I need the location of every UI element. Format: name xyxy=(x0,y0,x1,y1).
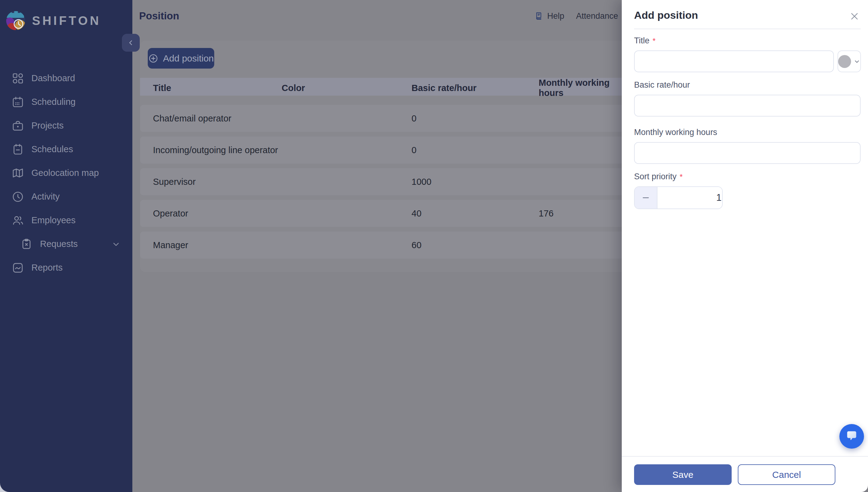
logo: SHIFTON xyxy=(0,0,132,34)
sidebar-item-label: Projects xyxy=(31,121,64,131)
drawer-title: Add position xyxy=(634,0,861,21)
title-input[interactable] xyxy=(634,50,834,72)
page-title: Position xyxy=(139,10,179,22)
monthly-hours: 176 xyxy=(539,208,636,219)
table-row[interactable]: Chat/email operator 0 xyxy=(140,105,636,132)
column-color: Color xyxy=(282,83,412,93)
basic-rate-input[interactable] xyxy=(634,95,861,117)
help-label: Help xyxy=(547,11,564,21)
position-title: Chat/email operator xyxy=(153,114,282,124)
chat-bubble-icon xyxy=(845,429,859,443)
drawer-divider xyxy=(634,29,861,29)
dashboard-icon xyxy=(12,72,24,84)
chevron-left-icon xyxy=(127,39,135,47)
monthly-hours-input[interactable] xyxy=(634,142,861,164)
briefcase-icon xyxy=(12,120,24,132)
sidebar-item-projects[interactable]: Projects xyxy=(0,114,132,138)
required-asterisk: * xyxy=(680,172,683,181)
table-row[interactable]: Operator 40 176 xyxy=(140,200,636,227)
chevron-down-icon xyxy=(853,58,860,65)
add-position-button[interactable]: Add position xyxy=(148,48,214,69)
sidebar-item-label: Schedules xyxy=(31,144,73,154)
clipboard-x-icon xyxy=(20,238,32,250)
sort-priority-stepper xyxy=(634,186,723,209)
chat-widget-button[interactable] xyxy=(839,424,864,449)
color-swatch xyxy=(838,55,851,68)
sidebar: SHIFTON Dashboard Scheduling xyxy=(0,0,132,492)
sidebar-item-label: Geolocation map xyxy=(31,168,99,178)
rate-field-label: Basic rate/hour xyxy=(634,80,861,90)
sidebar-item-label: Employees xyxy=(31,215,75,225)
sidebar-nav: Dashboard Scheduling Projects xyxy=(0,67,132,279)
sort-field-label: Sort priority * xyxy=(634,172,861,181)
close-button[interactable] xyxy=(849,11,860,22)
drawer-footer: Save Cancel xyxy=(622,456,868,492)
map-icon xyxy=(12,167,24,179)
sidebar-item-geolocation-map[interactable]: Geolocation map xyxy=(0,161,132,185)
chevron-down-icon xyxy=(112,240,121,249)
column-rate: Basic rate/hour xyxy=(412,83,539,93)
sidebar-item-label: Requests xyxy=(40,239,78,249)
table-row[interactable]: Incoming/outgoing line operator 0 xyxy=(140,137,636,164)
basic-rate: 0 xyxy=(412,145,539,155)
color-picker-dropdown[interactable] xyxy=(838,50,861,72)
sidebar-item-employees[interactable]: Employees xyxy=(0,208,132,232)
plus-circle-icon xyxy=(148,53,159,64)
position-title: Operator xyxy=(153,208,282,219)
table-row[interactable]: Manager 60 xyxy=(140,231,636,259)
sidebar-item-dashboard[interactable]: Dashboard xyxy=(0,67,132,90)
attendance-label: Attendance xyxy=(576,11,618,21)
table-row[interactable]: Supervisor 1000 xyxy=(140,168,636,195)
topbar-actions: Help Attendance xyxy=(534,0,618,32)
sort-priority-input[interactable] xyxy=(657,187,723,208)
shifton-logo-icon xyxy=(5,10,26,31)
position-title: Incoming/outgoing line operator xyxy=(153,145,282,155)
logo-wordmark: SHIFTON xyxy=(32,14,101,28)
sidebar-item-label: Dashboard xyxy=(31,73,75,83)
minus-icon xyxy=(641,193,650,202)
positions-card: Add position Title Color Basic rate/hour… xyxy=(140,41,636,272)
basic-rate: 1000 xyxy=(412,177,539,187)
column-title: Title xyxy=(153,83,282,93)
basic-rate: 0 xyxy=(412,114,539,124)
sidebar-item-scheduling[interactable]: Scheduling xyxy=(0,90,132,114)
save-button[interactable]: Save xyxy=(634,464,732,485)
sidebar-item-schedules[interactable]: Schedules xyxy=(0,138,132,161)
sidebar-collapse-button[interactable] xyxy=(122,34,140,52)
table-body: Chat/email operator 0 Incoming/outgoing … xyxy=(140,105,636,259)
clipboard-icon xyxy=(12,143,24,155)
basic-rate: 40 xyxy=(412,208,539,219)
table-header: Title Color Basic rate/hour Monthly work… xyxy=(140,78,636,96)
column-hours: Monthly working hours xyxy=(539,78,636,98)
sidebar-item-activity[interactable]: Activity xyxy=(0,185,132,208)
help-book-icon xyxy=(534,11,544,21)
title-field-row xyxy=(634,50,861,72)
add-position-label: Add position xyxy=(163,53,214,64)
clock-icon xyxy=(12,191,24,203)
required-asterisk: * xyxy=(653,36,656,46)
sort-label-text: Sort priority xyxy=(634,172,677,181)
close-icon xyxy=(849,11,860,22)
basic-rate: 60 xyxy=(412,240,539,250)
hours-field-label: Monthly working hours xyxy=(634,128,861,137)
cancel-button[interactable]: Cancel xyxy=(738,464,836,485)
add-position-drawer: Add position Title * Basic rate/hour Mon… xyxy=(622,0,868,492)
reports-icon xyxy=(12,262,24,274)
sidebar-item-requests[interactable]: Requests xyxy=(0,232,132,256)
sidebar-item-label: Reports xyxy=(31,263,63,273)
position-title: Manager xyxy=(153,240,282,250)
sidebar-item-label: Scheduling xyxy=(31,97,76,107)
title-label-text: Title xyxy=(634,36,650,46)
calendar-icon xyxy=(12,96,24,108)
help-link[interactable]: Help xyxy=(534,11,564,21)
sidebar-item-label: Activity xyxy=(31,192,60,202)
attendance-link[interactable]: Attendance xyxy=(576,11,618,21)
decrement-button[interactable] xyxy=(635,187,657,208)
sidebar-item-reports[interactable]: Reports xyxy=(0,256,132,279)
position-title: Supervisor xyxy=(153,177,282,187)
users-icon xyxy=(12,214,24,227)
title-field-label: Title * xyxy=(634,36,861,46)
